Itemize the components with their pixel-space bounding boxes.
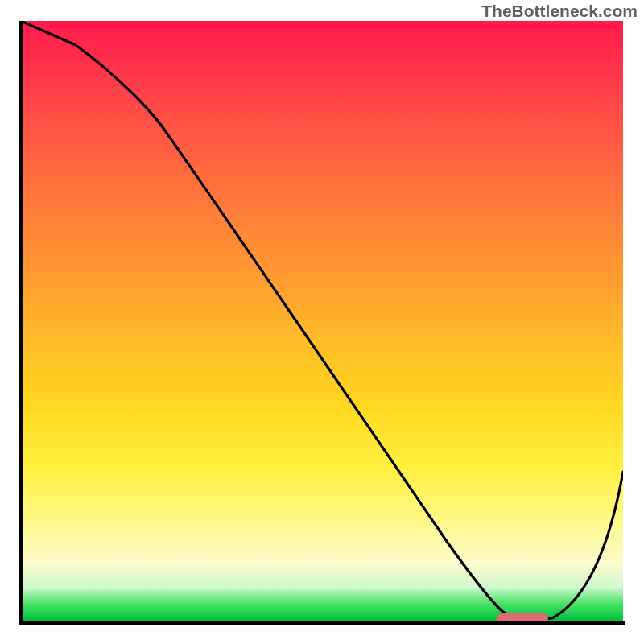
bottleneck-curve	[21, 21, 623, 620]
y-axis-line	[19, 21, 23, 625]
curve-layer	[21, 21, 623, 623]
watermark-text: TheBottleneck.com	[481, 2, 638, 21]
chart-container	[21, 21, 623, 623]
x-axis-line	[19, 621, 625, 625]
